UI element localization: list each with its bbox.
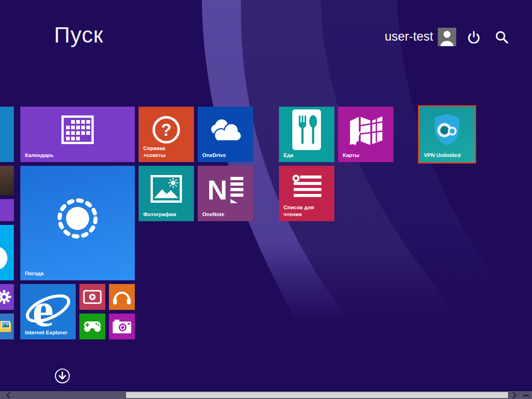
photo-frame-icon bbox=[151, 175, 182, 203]
tile-reading-list[interactable]: Список для чтения bbox=[279, 166, 334, 221]
partial-tile-desktop[interactable] bbox=[0, 314, 14, 339]
header-user-area: user-test bbox=[0, 0, 532, 55]
down-arrow-icon bbox=[54, 368, 70, 384]
partial-tile-purple[interactable] bbox=[0, 199, 14, 221]
search-button[interactable] bbox=[495, 30, 509, 44]
tile-label-reading-list: Список для чтения bbox=[284, 204, 314, 218]
horizontal-scrollbar bbox=[0, 390, 532, 399]
tile-label-calendar: Календарь bbox=[25, 152, 54, 159]
partial-tile-photo[interactable] bbox=[0, 166, 14, 195]
partial-tile-settings[interactable] bbox=[0, 284, 14, 310]
tile-photos[interactable]: Фотографии bbox=[139, 166, 194, 221]
tile-games[interactable] bbox=[79, 314, 105, 339]
user-name[interactable]: user-test bbox=[385, 30, 433, 44]
power-icon bbox=[467, 30, 480, 43]
tile-label-onenote: OneNote bbox=[202, 211, 224, 218]
camera-icon bbox=[113, 320, 131, 333]
tile-label-photos: Фотографии bbox=[143, 211, 176, 218]
tile-label-weather: Погода bbox=[25, 270, 44, 278]
semantic-zoom-out-icon[interactable] bbox=[523, 395, 529, 396]
vpn-selection-border: VPN Unlimited bbox=[418, 105, 476, 163]
user-avatar[interactable] bbox=[438, 28, 456, 46]
folder-icon bbox=[0, 319, 13, 334]
internet-explorer-icon: e bbox=[24, 285, 72, 332]
onenote-icon: N bbox=[206, 174, 244, 204]
tile-camera[interactable] bbox=[109, 314, 135, 339]
power-button[interactable] bbox=[467, 30, 481, 44]
tile-onedrive[interactable]: OneDrive bbox=[198, 107, 253, 162]
reading-list-icon bbox=[292, 175, 321, 200]
tile-music[interactable] bbox=[109, 284, 135, 310]
partial-tile-cyan[interactable] bbox=[0, 225, 14, 280]
headphones-icon bbox=[113, 288, 131, 306]
tile-weather[interactable]: Погода bbox=[20, 166, 135, 280]
tile-maps[interactable]: Карты bbox=[338, 107, 393, 162]
avatar-icon bbox=[438, 28, 456, 46]
tile-video[interactable] bbox=[79, 284, 105, 310]
tile-onenote[interactable]: N OneNote bbox=[198, 166, 253, 221]
svg-text:?: ? bbox=[161, 121, 172, 139]
vpn-shield-icon bbox=[432, 113, 462, 147]
partial-logo-circle bbox=[0, 246, 7, 270]
map-icon bbox=[349, 115, 382, 145]
calendar-icon bbox=[61, 115, 94, 144]
tile-label-onedrive: OneDrive bbox=[202, 152, 226, 159]
scrollbar-thumb[interactable] bbox=[126, 392, 508, 398]
tile-food[interactable]: Еда bbox=[279, 107, 334, 162]
tile-label-help-tips: Справка +советы bbox=[143, 145, 166, 159]
tile-calendar[interactable]: Календарь bbox=[20, 107, 135, 162]
tile-label-internet-explorer: Internet Explorer bbox=[25, 329, 67, 337]
gear-icon bbox=[0, 290, 11, 304]
game-controller-icon bbox=[83, 320, 102, 333]
svg-text:e: e bbox=[32, 285, 54, 332]
tile-vpn-unlimited[interactable]: VPN Unlimited bbox=[419, 107, 475, 162]
video-icon bbox=[83, 290, 102, 304]
partial-tile-blue[interactable] bbox=[0, 107, 14, 162]
food-icon bbox=[292, 109, 321, 150]
search-icon bbox=[495, 30, 508, 43]
onedrive-cloud-icon bbox=[206, 117, 245, 143]
all-apps-button[interactable] bbox=[54, 368, 70, 384]
tile-label-vpn: VPN Unlimited bbox=[424, 152, 460, 159]
tile-label-maps: Карты bbox=[343, 152, 359, 159]
tile-help-tips[interactable]: ? Справка +советы bbox=[139, 107, 194, 162]
help-question-icon: ? bbox=[151, 115, 181, 145]
sun-icon bbox=[52, 193, 103, 244]
svg-text:N: N bbox=[207, 175, 227, 204]
tile-label-food: Еда bbox=[284, 152, 293, 159]
tile-internet-explorer[interactable]: e Internet Explorer bbox=[20, 284, 76, 339]
